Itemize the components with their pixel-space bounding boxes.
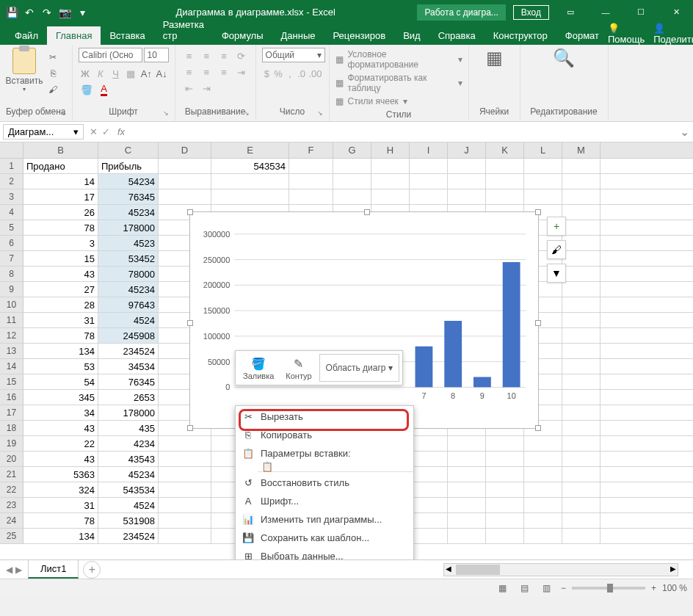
ctx-font[interactable]: AШрифт... (236, 492, 413, 510)
worksheet-grid[interactable]: BCDEFGHIJKLM 1ПроданоПрибыль543534214542… (0, 142, 693, 559)
cell[interactable]: 54234 (98, 174, 159, 189)
col-header-H[interactable]: H (371, 142, 410, 158)
row-header[interactable]: 23 (0, 498, 23, 512)
sheet-prev-icon[interactable]: ◀ (6, 565, 12, 575)
cell[interactable]: 543534 (98, 482, 159, 497)
sheet-next-icon[interactable]: ▶ (15, 565, 22, 575)
horizontal-scrollbar[interactable]: ◀ ▶ (443, 563, 678, 576)
cell[interactable] (371, 159, 410, 173)
cell[interactable] (410, 436, 448, 451)
cell[interactable] (211, 189, 289, 204)
cell[interactable]: 4524 (98, 498, 159, 512)
minimize-button[interactable]: — (589, 0, 623, 24)
cell[interactable] (159, 452, 211, 466)
cell[interactable] (410, 174, 448, 189)
cell[interactable] (562, 313, 601, 327)
increase-font-icon[interactable]: A↑ (139, 65, 153, 81)
confirm-formula-icon[interactable]: ✓ (102, 126, 110, 137)
col-header-F[interactable]: F (289, 142, 333, 158)
cell[interactable] (562, 482, 601, 497)
page-layout-icon[interactable]: ▤ (517, 581, 533, 595)
cell[interactable] (562, 328, 601, 343)
cell[interactable]: 78 (23, 513, 98, 528)
cell[interactable] (410, 189, 448, 204)
tab-формат[interactable]: Формат (556, 26, 608, 45)
cell[interactable] (524, 513, 562, 528)
cell[interactable]: 26 (23, 205, 98, 220)
ctx-save-template[interactable]: 💾Сохранить как шаблон... (236, 529, 413, 547)
ctx-cut[interactable]: ✂Вырезать (236, 407, 413, 426)
cell[interactable]: 2653 (98, 390, 159, 405)
cell[interactable] (486, 189, 524, 204)
cell[interactable]: 4234 (98, 436, 159, 451)
cell[interactable]: 4524 (98, 313, 159, 327)
cell[interactable] (289, 159, 333, 173)
cell[interactable] (410, 482, 448, 497)
cell[interactable] (333, 174, 371, 189)
cell[interactable] (524, 467, 562, 482)
tab-разметка стр[interactable]: Разметка стр (154, 15, 213, 45)
fill-button[interactable]: 🪣Заливка (239, 354, 278, 382)
underline-button[interactable]: Ч (109, 65, 123, 81)
chart-elements-button[interactable]: + (547, 217, 566, 236)
cell[interactable] (524, 452, 562, 466)
chart-styles-button[interactable]: 🖌 (547, 240, 566, 259)
cell[interactable] (410, 452, 448, 466)
col-header-C[interactable]: C (98, 142, 159, 158)
cell[interactable] (159, 513, 211, 528)
normal-view-icon[interactable]: ▦ (495, 581, 511, 595)
cell[interactable]: 3 (23, 236, 98, 250)
clipboard-launcher[interactable]: ↘ (60, 109, 69, 118)
cell[interactable] (562, 251, 601, 266)
cell[interactable] (562, 267, 601, 281)
row-header[interactable]: 16 (0, 390, 23, 405)
close-button[interactable]: ✕ (659, 0, 693, 24)
cell[interactable] (486, 159, 524, 173)
cell[interactable]: 76345 (98, 189, 159, 204)
cell[interactable] (486, 452, 524, 466)
cell[interactable] (289, 189, 333, 204)
tab-вставка[interactable]: Вставка (101, 26, 153, 45)
cell[interactable]: 324 (23, 482, 98, 497)
font-launcher[interactable]: ↘ (163, 109, 172, 118)
cell[interactable] (448, 513, 486, 528)
row-header[interactable]: 8 (0, 267, 23, 281)
cell[interactable] (159, 189, 211, 204)
font-color-button[interactable]: A (96, 81, 112, 98)
tab-справка[interactable]: Справка (429, 26, 485, 45)
cell[interactable]: 134 (23, 344, 98, 358)
cell[interactable]: 78 (23, 220, 98, 235)
select-all-corner[interactable] (0, 142, 23, 158)
col-header-L[interactable]: L (524, 142, 562, 158)
row-header[interactable]: 13 (0, 344, 23, 358)
cell[interactable]: 34 (23, 405, 98, 420)
font-size-select[interactable]: 10 (144, 48, 169, 62)
cell[interactable] (448, 529, 486, 543)
zoom-level[interactable]: 100 % (662, 583, 687, 593)
cell[interactable] (448, 498, 486, 512)
login-button[interactable]: Вход (513, 5, 549, 20)
bold-button[interactable]: Ж (79, 65, 92, 81)
cell[interactable]: 43 (23, 452, 98, 466)
cell[interactable]: 14 (23, 174, 98, 189)
row-header[interactable]: 22 (0, 482, 23, 497)
cell[interactable] (486, 513, 524, 528)
row-header[interactable]: 15 (0, 374, 23, 389)
tab-формулы[interactable]: Формулы (213, 26, 272, 45)
zoom-slider[interactable] (572, 587, 645, 590)
tab-конструктор[interactable]: Конструктор (485, 26, 556, 45)
cell[interactable]: 543534 (211, 159, 289, 173)
row-header[interactable]: 9 (0, 282, 23, 297)
share-button[interactable]: 👤 Поделиться (653, 23, 693, 45)
camera-icon[interactable]: 📷 (59, 7, 70, 18)
outline-button[interactable]: ✎Контур (281, 354, 316, 382)
row-header[interactable]: 19 (0, 436, 23, 451)
cell[interactable] (562, 297, 601, 312)
row-header[interactable]: 7 (0, 251, 23, 266)
cell[interactable] (524, 174, 562, 189)
cells-icon[interactable]: ▦ (486, 48, 503, 68)
row-header[interactable]: 3 (0, 189, 23, 204)
cell[interactable]: 34534 (98, 359, 159, 374)
row-header[interactable]: 14 (0, 359, 23, 374)
cell[interactable] (524, 189, 562, 204)
